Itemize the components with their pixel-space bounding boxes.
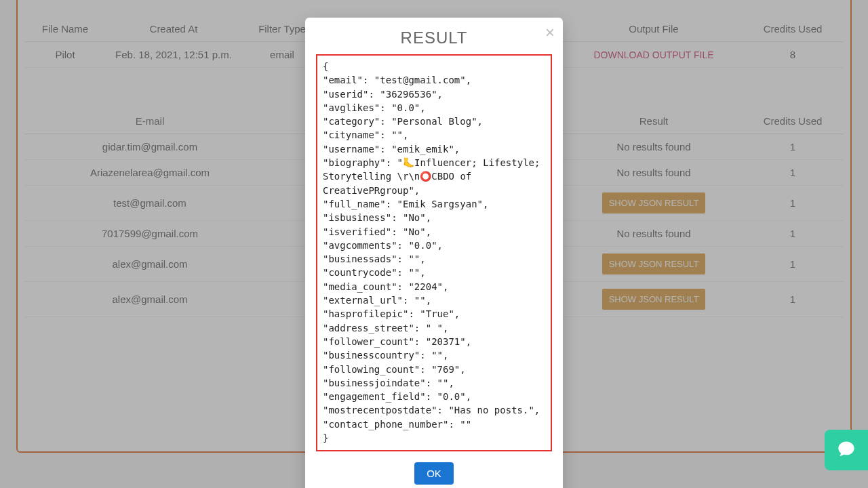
close-icon[interactable]: × (545, 24, 555, 41)
ok-button[interactable]: OK (414, 462, 454, 485)
chat-icon (837, 439, 856, 461)
result-modal: × RESULT { "email": "test@gmail.com", "u… (305, 18, 563, 488)
json-result-box: { "email": "test@gmail.com", "userid": "… (316, 54, 552, 451)
chat-fab[interactable] (825, 430, 868, 470)
modal-title: RESULT (316, 28, 552, 47)
